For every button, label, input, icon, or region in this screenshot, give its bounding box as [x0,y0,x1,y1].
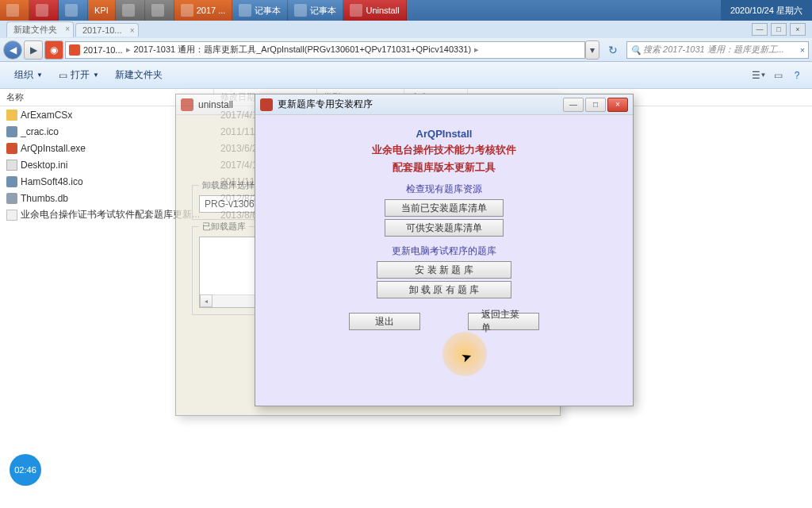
task-item[interactable] [145,0,174,21]
dialog-titlebar[interactable]: 更新题库专用安装程序 — □ × [255,94,633,115]
browser-tabbar: 新建文件夹× 2017-10...× — □ × [0,21,812,38]
forward-button[interactable]: ▶ [24,40,43,60]
view-button[interactable]: ☰▼ [750,67,768,84]
file-icon [6,126,17,137]
taskbar: KPI 2017 ... 记事本 记事本 Uninstall 2020/10/2… [0,0,812,21]
section-label: 更新电脑考试程序的题库 [268,244,620,258]
file-icon [6,143,17,154]
home-icon[interactable]: ◉ [44,40,63,60]
group-label: 卸载题库选择 [199,179,258,191]
exit-button[interactable]: 退出 [349,313,420,330]
group-label: 已卸载题库 [199,221,249,233]
open-icon: ▭ [59,70,67,81]
search-input[interactable]: 🔍 搜索 2017-1031 通用：题库更新工... × [626,41,809,59]
back-button[interactable]: ◀ [3,40,22,60]
file-name: _crac.ico [21,126,59,137]
file-icon [6,160,17,171]
task-item[interactable]: 2017 ... [174,0,233,21]
new-folder-button[interactable]: 新建文件夹 [107,65,170,85]
list-available-button[interactable]: 可供安装题库清单 [385,219,504,237]
return-main-button[interactable]: 返回主菜单 [468,313,539,330]
file-name: 业余电台操作证书考试软件配套题库更新... [21,208,200,221]
file-name: Desktop.ini [21,160,67,171]
file-name: Thumbs.db [21,193,68,204]
file-name: ArExamCSx [21,110,72,121]
refresh-button[interactable]: ↻ [604,41,622,59]
close-icon[interactable]: × [130,26,135,35]
browser-tab[interactable]: 2017-10...× [75,23,139,37]
app-name: ArQPInstall [268,128,620,140]
task-item[interactable] [0,0,29,21]
minimize-button[interactable]: — [563,98,584,112]
task-item[interactable] [59,0,88,21]
uninstall-old-button[interactable]: 卸 载 原 有 题 库 [377,281,511,298]
preview-pane-button[interactable]: ▭ [769,67,787,84]
file-name: HamSoft48.ico [21,176,83,187]
dialog-heading: 业余电台操作技术能力考核软件 [268,143,620,157]
task-item[interactable]: 记事本 [288,0,343,21]
file-icon [6,193,17,204]
installer-dialog[interactable]: 更新题库专用安装程序 — □ × ArQPInstall 业余电台操作技术能力考… [255,94,634,406]
file-icon [6,210,17,221]
scroll-left-button[interactable]: ◂ [200,294,213,307]
task-item[interactable]: KPI [88,0,116,21]
maximize-button[interactable]: □ [771,23,787,36]
chevron-right-icon: ▸ [126,44,131,55]
file-icon [6,110,17,121]
addressbar: ◀ ▶ ◉ 2017-10... ▸ 2017-1031 通用：题库更新工具_A… [0,38,812,62]
help-button[interactable]: ? [788,67,806,84]
app-icon [260,98,273,111]
breadcrumb-segment[interactable]: 2017-1031 通用：题库更新工具_ArQpInstall(PRGv1306… [134,44,472,56]
app-icon [181,98,193,111]
dialog-subheading: 配套题库版本更新工具 [268,160,620,175]
list-installed-button[interactable]: 当前已安装题库清单 [385,199,504,217]
dialog-title: uninstall [198,99,233,110]
minimize-button[interactable]: — [752,23,768,36]
task-item[interactable]: 记事本 [232,0,288,21]
close-icon[interactable]: × [65,25,70,33]
breadcrumb-segment[interactable]: 2017-10... [83,45,123,55]
taskbar-date: 2020/10/24 星期六 [721,0,812,21]
close-button[interactable]: × [790,23,806,36]
file-name: ArQpInstall.exe [21,143,86,154]
task-item[interactable] [116,0,145,21]
install-new-button[interactable]: 安 装 新 题 库 [377,261,511,279]
close-button[interactable]: × [607,98,628,112]
breadcrumb[interactable]: 2017-10... ▸ 2017-1031 通用：题库更新工具_ArQpIns… [65,41,585,59]
chevron-right-icon: ▸ [474,44,479,55]
dialog-title: 更新题库专用安装程序 [278,98,373,111]
search-icon: 🔍 [630,45,640,55]
task-item[interactable] [29,0,59,21]
maximize-button[interactable]: □ [585,98,606,112]
browser-tab[interactable]: 新建文件夹× [6,21,74,37]
close-icon[interactable]: × [800,45,805,55]
timestamp-badge: 02:46 [10,454,41,486]
explorer-toolbar: 组织▼ ▭打开▼ 新建文件夹 ☰▼ ▭ ? [0,62,812,89]
organize-button[interactable]: 组织▼ [6,65,51,85]
dropdown-button[interactable]: ▾ [585,40,599,60]
folder-icon [69,44,80,56]
task-item[interactable]: Uninstall [343,0,406,21]
file-icon [6,176,17,187]
open-button[interactable]: ▭打开▼ [51,65,107,85]
section-label: 检查现有题库资源 [268,183,620,196]
